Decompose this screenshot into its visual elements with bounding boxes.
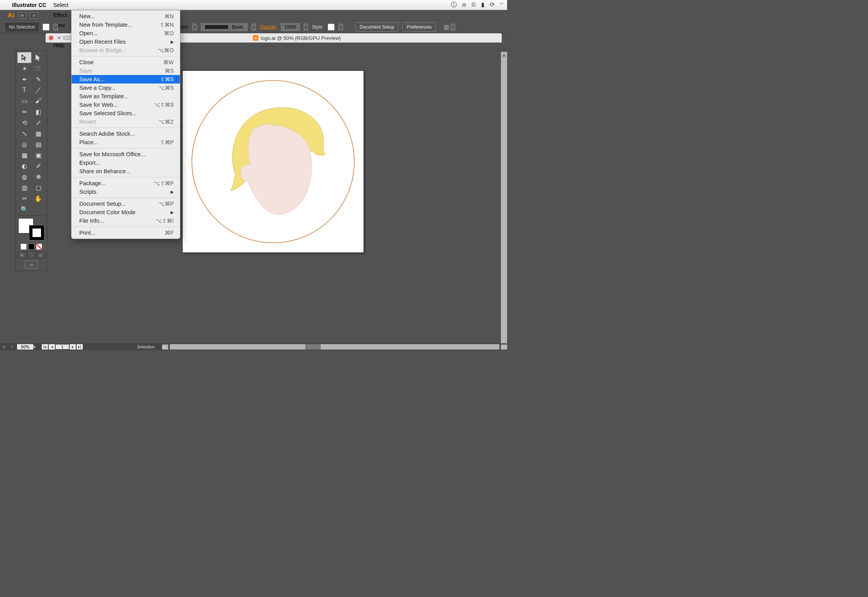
uniform-dropdown[interactable]: ▾ [192,24,197,31]
hand-tool[interactable]: ✋ [31,193,45,204]
menu-item-print[interactable]: Print...⌘P [72,229,180,237]
menu-item-share-on-behance[interactable]: Share on Behance... [72,167,180,176]
sync-icon[interactable]: ⟳ [490,1,495,9]
curvature-tool[interactable]: ✎ [31,74,45,85]
fill-dropdown[interactable]: ▾ [53,24,58,31]
pencil-tool[interactable]: ✏ [17,106,31,117]
info-icon[interactable]: ⓘ [451,1,457,9]
artboard-tool[interactable]: ▢ [31,182,45,193]
menu-item-document-setup[interactable]: Document Setup...⌥⌘P [72,200,180,208]
preferences-button[interactable]: Preferences [402,22,436,32]
menu-item-save-for-microsoft-office[interactable]: Save for Microsoft Office... [72,150,180,159]
column-graph-tool[interactable]: ▥ [17,182,31,193]
paintbrush-tool[interactable]: 🖌 [31,96,45,106]
artboard-number[interactable]: 1 [56,345,69,349]
stock-chip[interactable]: St [30,12,38,19]
horizontal-scrollbar[interactable] [170,344,499,350]
zoom-tool[interactable]: 🔍 [17,204,31,215]
last-artboard-button[interactable]: ▸| [77,344,83,350]
blend-tool[interactable]: ◍ [17,171,31,182]
shape-builder-tool[interactable]: ▤ [31,139,45,150]
menu-item-package[interactable]: Package...⌥⇧⌘P [72,179,180,188]
hscroll-right[interactable]: ▸ [501,345,507,350]
stroke-color[interactable] [29,225,44,241]
wifi-icon[interactable]: ⌔ [500,1,503,9]
type-tool[interactable]: T [17,85,31,96]
fill-stroke-control[interactable] [18,218,44,241]
menu-item-save-a-copy[interactable]: Save a Copy...⌥⌘S [72,84,180,92]
opacity-label[interactable]: Opacity: [260,24,277,30]
menu-select[interactable]: Select [50,0,76,10]
align-pixel-icon[interactable]: ▥ [444,24,449,31]
gradient-tool[interactable]: ◐ [17,160,31,171]
window-close-icon[interactable] [49,36,53,40]
color-mode-none[interactable] [36,244,42,250]
brush-definition[interactable]: Basic [201,23,248,31]
menu-item-save-selected-slices[interactable]: Save Selected Slices... [72,109,180,118]
menu-item-place[interactable]: Place...⇧⌘P [72,138,180,147]
magic-wand-tool[interactable]: ✶ [17,63,31,74]
cc-icon[interactable]: © [472,1,476,9]
eraser-tool[interactable]: ◧ [31,106,45,117]
rotate-tool[interactable]: ⟲ [17,117,31,128]
line-segment-tool[interactable]: ／ [31,85,45,96]
reflect-tool[interactable]: ⤢ [31,117,45,128]
tab-close-x[interactable]: ✕ [57,35,61,41]
brush-dropdown[interactable]: ▾ [251,24,256,31]
symbol-sprayer-tool[interactable]: ❋ [31,171,45,182]
bookmark-icon[interactable]: ▮ [481,1,484,9]
dropbox-icon[interactable]: ⧈ [462,1,466,9]
menu-item-save-as[interactable]: Save As...⇧⌘S [72,75,180,84]
menu-item-file-info[interactable]: File Info...⌥⇧⌘I [72,217,180,225]
style-dropdown[interactable]: ▾ [338,24,343,31]
menu-item-new[interactable]: New...⌘N [72,12,180,20]
style-swatch[interactable] [328,24,335,31]
hscroll-left[interactable]: ◂ [162,345,168,350]
opacity-dropdown[interactable]: ▾ [304,24,308,31]
draw-inside[interactable]: ◍ [36,251,45,258]
menu-item-new-from-template[interactable]: New from Template...⇧⌘N [72,20,180,29]
direct-selection-tool[interactable] [31,52,45,63]
menu-item-save-as-template[interactable]: Save as Template... [72,92,180,101]
menu-item-open-recent-files[interactable]: Open Recent Files▶ [72,38,180,46]
zoom-dropdown[interactable]: ▾ [33,345,39,350]
opacity-field[interactable]: 100% [281,23,300,31]
pen-tool[interactable]: ✒ [17,74,31,85]
bridge-chip[interactable]: Br [19,12,26,19]
slice-tool[interactable]: ✂ [17,193,31,204]
scale-tool[interactable]: ⤡ [17,128,31,139]
prev-artboard-button[interactable]: ◂ [49,344,55,350]
selection-tool[interactable] [17,52,31,63]
perspective-grid-tool[interactable]: ▦ [17,150,31,160]
menu-item-close[interactable]: Close⌘W [72,58,180,67]
color-mode-gradient[interactable] [28,244,34,250]
screen-mode-button[interactable]: ▭ [25,261,38,268]
gpu-icon[interactable]: ⊙ [0,345,8,350]
artboard[interactable] [183,71,364,252]
align-dropdown[interactable]: ▾ [451,24,455,31]
lasso-tool[interactable]: ➰ [31,63,45,74]
next-artboard-button[interactable]: ▸ [70,344,76,350]
eyedropper-tool[interactable]: ✐ [31,160,45,171]
app-menu[interactable]: Illustrator CC [9,0,50,10]
zoom-level[interactable]: 50% [17,344,33,350]
document-setup-button[interactable]: Document Setup [355,22,398,32]
menu-item-scripts[interactable]: Scripts▶ [72,188,180,196]
menu-item-export[interactable]: Export... [72,159,180,167]
free-transform-tool[interactable]: ◎ [17,139,31,150]
menu-item-open[interactable]: Open...⌘O [72,29,180,38]
fill-swatch[interactable] [43,24,50,31]
vertical-scrollbar[interactable]: ▲ [501,52,507,343]
width-tool[interactable]: ▦ [31,128,45,139]
navigation-icon[interactable]: ↗ [8,345,15,350]
scroll-up-icon[interactable]: ▲ [501,52,507,58]
mesh-tool[interactable]: ▣ [31,150,45,160]
draw-behind[interactable]: ◌ [27,251,36,258]
rectangle-tool[interactable]: ▭ [17,96,31,106]
draw-normal[interactable]: ◉ [17,251,27,258]
menu-item-document-color-mode[interactable]: Document Color Mode▶ [72,208,180,217]
menu-item-save-for-web[interactable]: Save for Web...⌥⇧⌘S [72,101,180,109]
menu-item-search-adobe-stock[interactable]: Search Adobe Stock... [72,130,180,138]
color-mode-color[interactable] [21,244,27,250]
first-artboard-button[interactable]: |◂ [42,344,48,350]
